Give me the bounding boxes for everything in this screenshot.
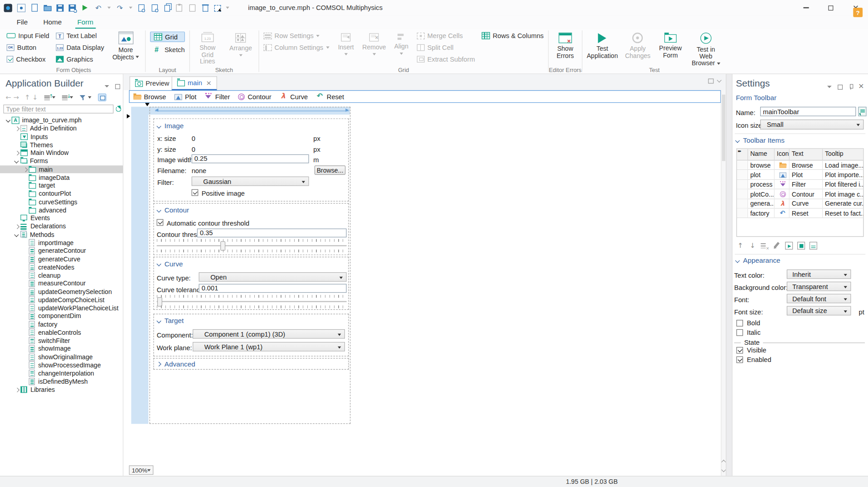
curve-tolerance-field[interactable] [199,284,347,293]
tree-item-image_to_curve.mph[interactable]: image_to_curve.mph [0,116,123,125]
panel-splitter[interactable] [726,74,732,476]
icon-size-select[interactable]: Small [760,120,863,130]
select-icon[interactable] [214,5,221,11]
chevron-down-icon[interactable] [14,231,20,239]
checkbox-object-button[interactable]: Checkbox [7,55,49,63]
model-icon[interactable] [17,4,25,12]
curve-toolbar-button[interactable]: Curve [280,93,308,101]
search-document-icon[interactable] [152,4,158,11]
input-field-button[interactable]: Input Field [7,32,49,40]
browse-file-button[interactable]: Browse... [315,165,345,175]
move-up-icon[interactable]: ↑ [737,242,744,250]
find-icon[interactable] [138,4,144,11]
visible-checkbox[interactable] [737,347,743,354]
tree-item-imageData[interactable]: imageData [0,174,123,182]
component-select[interactable]: Component 1 (comp1) (3D) [193,329,345,339]
table-row[interactable]: browseBrowseLoad image... [737,160,863,170]
tree-item-Libraries[interactable]: Libraries [0,386,123,394]
chevron-down-icon[interactable] [14,157,20,165]
grid-mode-button[interactable]: Grid [150,32,185,42]
nav-down-icon[interactable]: ↓ [32,93,38,101]
tree-item-updateWorkPlaneChoiceList[interactable]: updateWorkPlaneChoiceList [0,304,123,312]
tree-item-cleanup[interactable]: cleanup [0,271,123,280]
tree-item-switchFilter[interactable]: switchFilter [0,337,123,345]
move-down-icon[interactable]: ↓ [748,242,756,250]
tree-item-Themes[interactable]: Themes [0,141,123,149]
table-row[interactable]: processFilterPlot filtered i... [737,180,863,189]
minimize-button[interactable] [793,0,818,15]
show-editor-tools-icon[interactable] [98,93,107,101]
scroll-down-icon[interactable] [721,468,726,472]
nav-back-icon[interactable]: ← [5,93,11,101]
panel-menu-icon[interactable] [104,83,110,89]
row-selector-cell[interactable] [737,170,748,179]
tree-item-updateGeometrySelection[interactable]: updateGeometrySelection [0,288,123,296]
test-application-button[interactable]: Test Application [587,30,618,66]
toolbar-overflow-icon[interactable] [226,7,229,9]
tree-item-createNodes[interactable]: createNodes [0,263,123,271]
undo-dropdown-icon[interactable] [107,7,111,9]
contour-threshold-field[interactable] [197,228,347,237]
appearance-header[interactable]: Appearance [736,257,780,265]
button-object-button[interactable]: Button [7,43,49,51]
delete-icon[interactable] [203,5,208,11]
row-selector-cell[interactable] [737,199,748,208]
add-separator-icon[interactable] [810,242,817,250]
curve-type-select[interactable]: Open [199,272,347,282]
rows-columns-button[interactable]: Rows & Columns [482,32,544,40]
filter-toolbar-button[interactable]: Filter [205,93,230,101]
row-selector-cell[interactable] [737,160,748,169]
form-toolbar-object[interactable]: BrowsePlotFilterContourCurveReset [129,90,721,103]
plot-toolbar-button[interactable]: Plot [175,93,196,101]
chevron-right-icon[interactable] [22,165,28,174]
section-contour-header[interactable]: Contour [157,207,189,214]
chevron-down-icon[interactable] [5,116,11,125]
selected-column-highlight[interactable] [131,107,148,424]
tree-item-Forms[interactable]: Forms [0,157,123,165]
copy-icon[interactable] [165,5,170,12]
run-icon[interactable] [81,4,89,12]
contour-toolbar-button[interactable]: Contour [238,93,272,101]
edit-item-icon[interactable] [773,242,781,250]
tree-item-componentDim[interactable]: componentDim [0,312,123,320]
redo-dropdown-icon[interactable] [129,7,132,9]
tree-item-Add-in Definition[interactable]: Add-in Definition [0,125,123,133]
panel-float-icon[interactable] [837,84,843,90]
sketch-mode-button[interactable]: Sketch [150,45,185,53]
chevron-right-icon[interactable] [14,125,20,133]
collapse-ribbon-icon[interactable] [717,78,723,83]
tab-preview[interactable]: Preview [130,77,175,91]
tree-item-Declarations[interactable]: Declarations [0,222,123,231]
open-file-icon[interactable] [44,6,51,11]
tree-item-contourPlot[interactable]: contourPlot [0,190,123,198]
tab-home[interactable]: Home [35,15,69,29]
save-as-icon[interactable] [68,5,76,12]
tree-item-measureContour[interactable]: measureContour [0,280,123,288]
section-image-header[interactable]: Image [157,122,184,130]
vertical-scrollbar[interactable] [721,90,726,476]
add-toggle-item-icon[interactable] [797,242,805,250]
tree-item-changeInterpolation[interactable]: changeInterpolation [0,369,123,377]
panel-menu-icon[interactable] [827,84,832,90]
tree-item-showImage[interactable]: showImage [0,345,123,353]
panel-pin-icon[interactable] [848,84,853,90]
help-button[interactable]: ? [853,8,863,17]
tree-filter-input[interactable] [3,105,113,114]
tree-item-generateContour[interactable]: generateContour [0,247,123,255]
scroll-up-icon[interactable] [721,460,726,464]
filter-select[interactable]: Gaussian [192,177,309,186]
refresh-icon[interactable] [116,106,121,112]
add-item-icon[interactable] [785,242,793,250]
go-to-source-button[interactable] [858,107,866,116]
reset-toolbar-button[interactable]: Reset [316,93,344,101]
tree-item-Main Window[interactable]: Main Window [0,149,123,157]
row-selector-cell[interactable] [737,180,748,189]
positive-image-checkbox[interactable] [192,189,199,196]
curve-tolerance-slider[interactable] [157,301,347,302]
text-color-select[interactable]: Inherit [787,270,851,279]
tree-item-isDefinedByMesh[interactable]: isDefinedByMesh [0,377,123,386]
row-selector-cell[interactable] [737,208,748,217]
tree-item-Events[interactable]: Events [0,214,123,222]
section-advanced-header[interactable]: Advanced [157,360,195,368]
tree-item-advanced[interactable]: advanced [0,206,123,214]
